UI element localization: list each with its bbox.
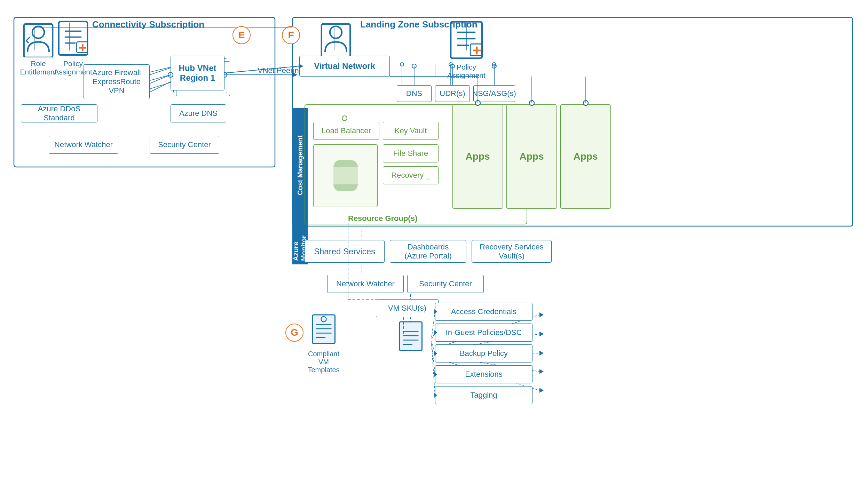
svg-point-31 — [492, 63, 496, 66]
nsg-box: NSG/ASG(s) — [473, 85, 515, 102]
svg-point-67 — [492, 64, 496, 68]
svg-line-35 — [26, 41, 29, 43]
virtual-network-box: Virtual Network — [299, 56, 390, 77]
extensions-box: Extensions — [435, 365, 532, 383]
svg-line-80 — [150, 75, 171, 80]
network-watcher-connectivity: Network Watcher — [49, 136, 118, 154]
vm-skus-box: VM SKU(s) — [376, 299, 439, 317]
circle-f: F — [282, 26, 300, 44]
azure-firewall-label: Azure Firewall — [89, 68, 144, 77]
apps-box-2: Apps — [506, 104, 557, 209]
in-guest-box: In-Guest Policies/DSC — [435, 324, 532, 342]
azure-ddos-box: Azure DDoS Standard — [21, 104, 97, 122]
dns-box: DNS — [397, 85, 432, 102]
diagram-container: Connectivity Subscription E Role Entitle… — [0, 0, 868, 486]
svg-line-91 — [432, 343, 435, 374]
compliant-vm-template-icon — [390, 320, 432, 355]
server-icons-area — [313, 144, 378, 207]
compliant-vm-icon: Compliant VM Templates — [303, 313, 345, 374]
vnet-peering-label: VNet Peering — [258, 66, 303, 75]
key-vault-box: Key Vault — [383, 122, 439, 140]
svg-line-5 — [150, 75, 171, 83]
circle-e: E — [232, 26, 251, 44]
hub-vnet-box: Hub VNet Region 1 — [171, 56, 224, 90]
svg-line-92 — [432, 344, 435, 395]
svg-rect-32 — [24, 24, 53, 57]
load-balancer-box: Load Balancer — [313, 122, 379, 140]
svg-marker-22 — [539, 369, 544, 374]
svg-rect-43 — [322, 24, 350, 57]
svg-marker-16 — [539, 312, 544, 317]
svg-marker-24 — [539, 388, 544, 393]
security-center-landing: Security Center — [407, 275, 484, 293]
svg-line-79 — [150, 67, 171, 72]
compliant-vm-label: Compliant VM Templates — [303, 350, 345, 374]
apps-box-3: Apps — [560, 104, 611, 209]
shared-services-box: Shared Services — [305, 240, 385, 263]
apps-box-1: Apps — [452, 104, 503, 209]
svg-line-4 — [150, 68, 171, 75]
svg-line-34 — [26, 37, 30, 41]
file-share-box: File Share — [383, 144, 439, 162]
network-watcher-landing: Network Watcher — [327, 275, 404, 293]
vpn-label: VPN — [89, 86, 144, 95]
svg-point-44 — [330, 26, 342, 38]
svg-point-33 — [32, 26, 44, 38]
svg-marker-18 — [539, 332, 544, 336]
svg-line-6 — [150, 82, 171, 92]
svg-line-81 — [150, 82, 171, 89]
recovery-vault-box: Recovery Services Vault(s) — [472, 240, 552, 263]
dashboards-box: Dashboards (Azure Portal) — [390, 240, 466, 263]
role-entitlement-connectivity: Role Entitlement — [19, 19, 57, 76]
svg-marker-20 — [539, 351, 544, 356]
policy-assignment-landing-label: Policy Assignment — [447, 63, 486, 80]
backup-policy-box: Backup Policy — [435, 344, 532, 362]
tagging-box: Tagging — [435, 386, 532, 404]
azure-dns-box: Azure DNS — [171, 104, 226, 122]
firewall-expressroute-vpn-box: Azure Firewall ExpressRoute VPN — [84, 64, 150, 99]
circle-g: G — [285, 324, 303, 342]
resource-groups-label: Resource Group(s) — [348, 214, 417, 223]
svg-point-27 — [400, 63, 404, 66]
recovery-box: Recovery _ — [383, 166, 439, 184]
policy-assignment-landing: Policy Assignment — [445, 19, 487, 80]
security-center-connectivity: Security Center — [150, 136, 219, 154]
svg-point-65 — [412, 64, 416, 68]
expressroute-label: ExpressRoute — [89, 77, 144, 86]
udr-box: UDR(s) — [435, 85, 470, 102]
connectivity-title: Connectivity Subscription — [92, 19, 204, 30]
svg-line-89 — [432, 333, 435, 339]
role-entitlement-connectivity-label: Role Entitlement — [20, 59, 56, 76]
svg-line-90 — [432, 341, 435, 353]
access-credentials-box: Access Credentials — [435, 303, 532, 321]
